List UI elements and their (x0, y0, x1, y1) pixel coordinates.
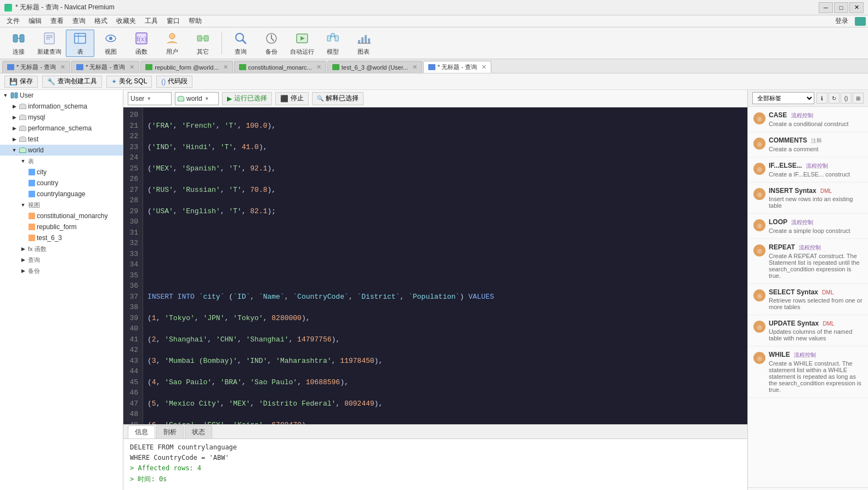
snippet-if-else[interactable]: ◎ IF...ELSE... 流程控制 Create a IF...ELSE..… (748, 157, 868, 183)
backup-button[interactable]: 备份 (257, 30, 286, 57)
code-editor[interactable]: 2021222324 2526272829 3031323334 3536373… (123, 107, 747, 424)
sidebar-item-views-group[interactable]: ▼ 视图 (0, 200, 123, 210)
sidebar-item-test[interactable]: ▶ test (0, 134, 123, 145)
info-icon-btn[interactable]: ℹ (816, 93, 827, 104)
menu-favorites[interactable]: 收藏夹 (112, 15, 140, 27)
snippet-loop-icon: ◎ (753, 219, 765, 231)
snippet-insert-syntax[interactable]: ◎ INSERT Syntax DML Insert new rows into… (748, 183, 868, 214)
grid-icon-btn[interactable]: ⊞ (853, 93, 864, 104)
sidebar-item-city[interactable]: city (0, 167, 123, 178)
query2-button[interactable]: 查询 (226, 30, 255, 57)
tab-active-query[interactable]: * 无标题 - 查询 ✕ (423, 61, 491, 73)
auto-run-button[interactable]: 自动运行 (288, 30, 316, 57)
sidebar-item-countrylanguage[interactable]: countrylanguage (0, 189, 123, 200)
sidebar-item-mysql[interactable]: ▶ mysql (0, 112, 123, 123)
db-select[interactable]: world ▼ (175, 92, 219, 105)
explain-button[interactable]: 🔍 解释已选择 (312, 92, 364, 105)
sidebar-item-republic-form[interactable]: republic_form (0, 221, 123, 232)
menu-window[interactable]: 窗口 (162, 15, 184, 27)
sidebar-information-label: information_schema (28, 102, 87, 110)
expand-queries-icon[interactable]: ▶ (20, 257, 26, 263)
other-button[interactable]: 其它 (189, 30, 217, 57)
sidebar-item-functions-group[interactable]: ▶ fx 函数 (0, 243, 123, 254)
sidebar-item-backups-group[interactable]: ▶ 备份 (0, 265, 123, 276)
tab-2-close[interactable]: ✕ (129, 64, 134, 71)
bottom-tab-info[interactable]: 信息 (128, 425, 155, 438)
tab-republic-form[interactable]: republic_form @world... ✕ (140, 61, 232, 73)
tab-4-close[interactable]: ✕ (316, 64, 321, 71)
close-button[interactable]: ✕ (849, 2, 864, 13)
sidebar-item-country[interactable]: country (0, 178, 123, 189)
main-toolbar: 连接 新建查询 表 视图 f(x) 函数 用户 其它 (0, 27, 868, 59)
menu-edit[interactable]: 编辑 (24, 15, 46, 27)
minimize-button[interactable]: ─ (819, 2, 833, 13)
new-query-button[interactable]: 新建查询 (35, 30, 64, 57)
sidebar-item-world[interactable]: ▼ world (0, 145, 123, 156)
menu-file[interactable]: 文件 (2, 15, 24, 27)
sidebar-item-user[interactable]: ▼ User (0, 90, 123, 101)
expand-test-icon[interactable]: ▶ (11, 136, 18, 143)
login-button[interactable]: 登录 (831, 15, 853, 27)
model-button[interactable]: 模型 (319, 30, 347, 57)
expand-user-icon[interactable]: ▼ (2, 92, 9, 99)
menu-help[interactable]: 帮助 (184, 15, 206, 27)
expand-world-icon[interactable]: ▼ (11, 147, 18, 153)
refresh-icon-btn[interactable]: ↻ (829, 93, 839, 104)
tab-1-close[interactable]: ✕ (60, 64, 65, 71)
user-button[interactable]: 用户 (158, 30, 186, 57)
expand-backups-icon[interactable]: ▶ (20, 267, 26, 274)
tab-5-close[interactable]: ✕ (412, 64, 417, 71)
paren-icon-btn[interactable]: () (841, 93, 852, 104)
code-snippet-label: 代码段 (168, 77, 188, 86)
snippet-repeat[interactable]: ◎ REPEAT 流程控制 Create A REPEAT construct.… (748, 239, 868, 284)
expand-functions-icon[interactable]: ▶ (20, 246, 26, 252)
snippet-while[interactable]: ◎ WHILE 流程控制 Create a WHILE construct. T… (748, 346, 868, 398)
expand-information-icon[interactable]: ▶ (11, 103, 18, 110)
function-button[interactable]: f(x) 函数 (127, 30, 156, 57)
connect-button[interactable]: 连接 (4, 30, 33, 57)
user-select[interactable]: User ▼ (128, 92, 172, 105)
table-button[interactable]: 表 (66, 30, 94, 57)
expand-mysql-icon[interactable]: ▶ (11, 114, 18, 121)
tab-2[interactable]: * 无标题 - 查询 ✕ (71, 61, 139, 73)
svg-rect-34 (15, 93, 18, 98)
snippet-update-title: UPDATE Syntax DML (769, 320, 863, 327)
save-button[interactable]: 💾 保存 (4, 76, 38, 88)
sidebar-item-test63[interactable]: test_6_3 (0, 232, 123, 243)
tab-3-close[interactable]: ✕ (223, 64, 228, 71)
sidebar-item-tables-group[interactable]: ▼ 表 (0, 156, 123, 167)
menu-format[interactable]: 格式 (90, 15, 112, 27)
sidebar-item-information-schema[interactable]: ▶ information_schema (0, 101, 123, 112)
code-snippet-button[interactable]: () 代码段 (156, 76, 192, 88)
expand-performance-icon[interactable]: ▶ (11, 125, 18, 132)
menu-tools[interactable]: 工具 (140, 15, 162, 27)
snippet-select-syntax[interactable]: ◎ SELECT Syntax DML Retrieve rows select… (748, 284, 868, 315)
stop-button[interactable]: ⬛ 停止 (275, 92, 309, 105)
tab-test63[interactable]: test_6_3 @world (User... ✕ (327, 61, 422, 73)
menu-view[interactable]: 查看 (46, 15, 68, 27)
sidebar-item-constitutional-monarchy[interactable]: constitutional_monarchy (0, 210, 123, 221)
expand-views-icon[interactable]: ▼ (20, 202, 26, 208)
view-button[interactable]: 视图 (97, 30, 125, 57)
menu-query[interactable]: 查询 (68, 15, 90, 27)
bottom-tab-profile[interactable]: 剖析 (156, 425, 184, 438)
expand-tables-icon[interactable]: ▼ (20, 158, 26, 164)
tab-6-close[interactable]: ✕ (481, 64, 486, 71)
snippet-case[interactable]: ◎ CASE 流程控制 Create a conditional constru… (748, 107, 868, 132)
code-line-28: INSERT INTO `city` (`ID`, `Name`, `Count… (147, 292, 743, 303)
query-create-tool-button[interactable]: 🔧 查询创建工具 (42, 76, 102, 88)
sidebar-item-queries-group[interactable]: ▶ 查询 (0, 254, 123, 265)
sidebar-item-performance-schema[interactable]: ▶ performance_schema (0, 123, 123, 134)
bottom-tab-status[interactable]: 状态 (185, 425, 212, 438)
code-lines[interactable]: ('FRA', 'French', 'T', 100.0), ('IND', '… (143, 107, 747, 424)
maximize-button[interactable]: □ (834, 2, 848, 13)
chart-button[interactable]: 图表 (349, 30, 378, 57)
snippet-category-select[interactable]: 全部标签 (752, 92, 814, 104)
snippet-loop[interactable]: ◎ LOOP 流程控制 Create a simple loop constru… (748, 214, 868, 239)
beautify-sql-button[interactable]: ✦ 美化 SQL (106, 76, 152, 88)
run-selected-button[interactable]: ▶ 运行已选择 (222, 92, 272, 105)
snippet-comments[interactable]: ◎ COMMENTS 注释 Create a comment (748, 132, 868, 157)
tab-constitutional[interactable]: constitutional_monarc... ✕ (234, 61, 326, 73)
tab-1[interactable]: * 无标题 - 查询 ✕ (2, 61, 70, 73)
snippet-update-syntax[interactable]: ◎ UPDATE Syntax DML Updates columns of t… (748, 315, 868, 346)
